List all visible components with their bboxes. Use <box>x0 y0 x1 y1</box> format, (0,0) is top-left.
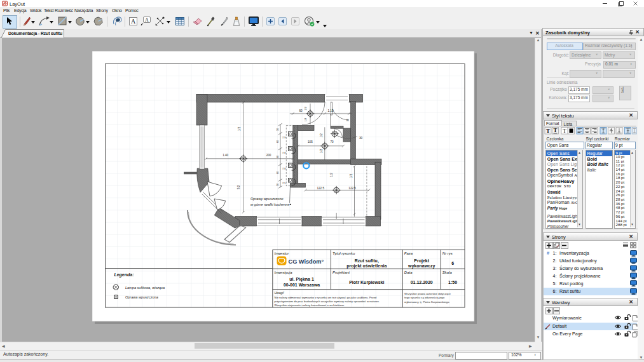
svg-text:1/2: 1/2 <box>350 173 353 178</box>
svg-text:5/2: 5/2 <box>237 185 240 189</box>
svg-text:Data: Data <box>404 271 413 274</box>
svg-text:Nr rys: Nr rys <box>442 251 453 255</box>
svg-text:1/2: 1/2 <box>330 173 333 177</box>
svg-text:przystąpieniem do prac budowla: przystąpieniem do prac budowlanych wszys… <box>275 300 380 303</box>
svg-text:Uwagi!: Uwagi! <box>275 291 285 295</box>
svg-text:wykonawczy: wykonawczy <box>408 264 435 269</box>
svg-text:Legenda:: Legenda: <box>114 272 134 278</box>
svg-text:70: 70 <box>331 140 334 144</box>
svg-text:7.8: 7.8 <box>282 152 285 154</box>
svg-text:60: 60 <box>299 109 303 112</box>
svg-text:7.9: 7.9 <box>282 137 285 139</box>
svg-text:Piotr Kurpiewski: Piotr Kurpiewski <box>349 280 384 285</box>
svg-text:30: 30 <box>276 183 279 186</box>
svg-text:122.5: 122.5 <box>317 187 324 190</box>
svg-text:01.12.2020: 01.12.2020 <box>411 280 433 285</box>
svg-text:1/2: 1/2 <box>320 133 323 138</box>
svg-text:00-001 Warszawa: 00-001 Warszawa <box>284 283 320 287</box>
svg-text:7.5: 7.5 <box>282 182 285 185</box>
svg-text:Nie należy odmierzać wymiarów: Nie należy odmierzać wymiarów z rysunku … <box>275 296 377 299</box>
svg-text:A: A <box>131 18 136 25</box>
svg-text:T: T <box>553 127 557 133</box>
svg-text:wykonawcy, tj. Piotra Kurpiews: wykonawcy, tj. Piotra Kurpiewskiego. <box>404 300 450 304</box>
svg-text:1:50: 1:50 <box>448 280 457 285</box>
svg-text:6: 6 <box>451 261 454 265</box>
svg-text:Wszystkie prawa autorskie doty: Wszystkie prawa autorskie dotyczące <box>404 292 451 295</box>
svg-text:Rzut sufitu,: Rzut sufitu, <box>355 258 379 264</box>
svg-text:Inwestycja: Inwestycja <box>275 271 293 274</box>
svg-text:Faza: Faza <box>404 251 413 255</box>
svg-text:Oprawy wpuszczone: Oprawy wpuszczone <box>250 197 284 201</box>
svg-text:60: 60 <box>276 140 279 143</box>
svg-text:Wszystkie niejasności należy k: Wszystkie niejasności należy konsultować… <box>275 304 345 307</box>
svg-text:ul. Piękna 1: ul. Piękna 1 <box>289 277 314 282</box>
svg-text:1.40: 1.40 <box>223 154 228 157</box>
svg-text:60: 60 <box>276 155 279 158</box>
svg-text:1.10: 1.10 <box>328 109 334 112</box>
svg-text:200: 200 <box>266 154 271 157</box>
svg-text:projekt oświetlenia: projekt oświetlenia <box>346 264 387 269</box>
svg-text:1/2: 1/2 <box>320 149 323 153</box>
svg-text:105: 105 <box>308 140 313 144</box>
svg-text:Skala: Skala <box>442 271 453 274</box>
svg-text:tego rysunku są własnością jeg: tego rysunku są własnością jego <box>404 296 445 299</box>
svg-text:1/2: 1/2 <box>238 126 241 131</box>
svg-text:A: A <box>145 17 149 23</box>
svg-text:Projekt: Projekt <box>414 258 429 264</box>
svg-text:Oprawa wpuszczona: Oprawa wpuszczona <box>125 295 158 299</box>
svg-text:T: T <box>563 128 566 134</box>
svg-text:20: 20 <box>346 118 349 121</box>
svg-text:30: 30 <box>359 137 363 140</box>
svg-text:Inwestor: Inwestor <box>275 251 290 255</box>
svg-text:1/2: 1/2 <box>304 106 307 110</box>
svg-text:30: 30 <box>276 128 279 131</box>
svg-text:122.5: 122.5 <box>348 187 356 190</box>
svg-text:60: 60 <box>276 171 279 174</box>
svg-text:Tytuł rysunku: Tytuł rysunku <box>332 251 355 255</box>
svg-text:w górne szafki kuchenne: w górne szafki kuchenne <box>250 203 290 206</box>
svg-text:1/2: 1/2 <box>304 117 307 121</box>
svg-text:Projektant: Projektant <box>332 271 350 274</box>
svg-text:T: T <box>546 128 550 134</box>
svg-text:Lampa sufitowa, wisząca: Lampa sufitowa, wisząca <box>125 286 165 290</box>
svg-text:7.8: 7.8 <box>282 168 285 170</box>
svg-text:CG Wisdom°: CG Wisdom° <box>289 258 324 265</box>
